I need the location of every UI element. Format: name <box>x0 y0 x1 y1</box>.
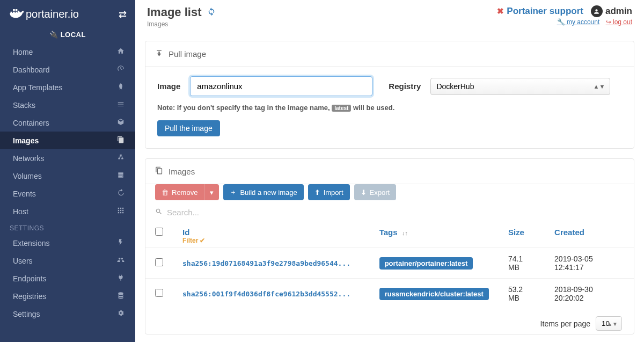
lifebuoy-icon: ✖ <box>497 6 504 16</box>
row-checkbox[interactable] <box>155 289 163 297</box>
image-id-link[interactable]: sha256:001f9f4d036df8fce9612b3dd45552... <box>182 290 350 298</box>
build-image-button[interactable]: ＋ Build a new image <box>223 184 303 200</box>
pull-image-button[interactable]: Pull the image <box>157 120 220 136</box>
trash-icon: 🗑 <box>162 188 169 197</box>
image-label: Image <box>157 82 180 91</box>
whale-icon <box>9 5 24 23</box>
image-tag[interactable]: russmckendrick/cluster:latest <box>379 288 489 300</box>
sidebar-item-images[interactable]: Images <box>0 132 135 149</box>
sidebar-item-label: Home <box>13 48 33 56</box>
settings-list: ExtensionsUsersEndpointsRegistriesSettin… <box>0 234 135 323</box>
cube-icon <box>116 118 126 127</box>
sort-icon: ↓↑ <box>402 230 408 236</box>
logo-row: portainer.io ⇄ <box>0 0 135 27</box>
my-account-link[interactable]: 🔧 my account <box>557 18 600 26</box>
sidebar-item-dashboard[interactable]: Dashboard <box>0 61 135 78</box>
images-panel-header: Images <box>145 159 634 184</box>
table-row: sha256:001f9f4d036df8fce9612b3dd45552...… <box>145 279 634 309</box>
download-icon <box>155 49 163 59</box>
sidebar-item-label: Volumes <box>13 172 42 180</box>
sidebar-item-label: Images <box>13 136 39 145</box>
latest-chip: latest <box>332 105 351 112</box>
sidebar-item-label: App Templates <box>13 83 62 92</box>
brand-text: portainer.io <box>26 8 79 20</box>
import-button[interactable]: ⬆ Import <box>308 184 350 200</box>
page-title: Image list <box>147 5 201 19</box>
refresh-icon[interactable] <box>207 6 216 19</box>
filter-toggle[interactable]: Filter ✔ <box>182 237 360 244</box>
sidebar-item-containers[interactable]: Containers <box>0 114 135 132</box>
sitemap-icon <box>116 154 126 163</box>
image-size: 53.2 MB <box>499 279 545 309</box>
sidebar-item-home[interactable]: Home <box>0 43 135 61</box>
row-checkbox[interactable] <box>155 258 163 266</box>
remove-dropdown-toggle[interactable]: ▾ <box>204 184 219 200</box>
sidebar: portainer.io ⇄ 🔌 LOCAL HomeDashboardApp … <box>0 0 135 342</box>
plug-icon: 🔌 <box>49 31 58 39</box>
sidebar-item-settings[interactable]: Settings <box>0 305 135 323</box>
home-icon <box>116 47 126 56</box>
pull-note: Note: if you don't specify the tag in th… <box>157 104 622 112</box>
plug-icon <box>116 274 126 283</box>
env-label: 🔌 LOCAL <box>0 27 135 43</box>
col-size[interactable]: Size <box>499 222 545 248</box>
users-icon <box>116 256 126 265</box>
image-tag[interactable]: portainer/portainer:latest <box>379 257 473 270</box>
col-tags[interactable]: Tags ↓↑ <box>370 222 499 248</box>
col-created[interactable]: Created <box>545 222 634 248</box>
dash-icon <box>116 65 126 74</box>
registry-select[interactable]: DockerHub <box>430 78 610 95</box>
sidebar-item-app-templates[interactable]: App Templates <box>0 78 135 96</box>
clone-icon <box>116 136 126 145</box>
items-per-page-select[interactable]: 10 <box>596 316 622 331</box>
sidebar-item-label: Events <box>13 190 36 198</box>
sidebar-item-host[interactable]: Host <box>0 202 135 220</box>
col-id[interactable]: Id <box>182 228 360 237</box>
current-user[interactable]: admin <box>591 5 632 17</box>
topbar: Image list Images ✖ Portainer support <box>145 0 634 31</box>
sidebar-item-label: Users <box>13 257 33 265</box>
breadcrumb: Images <box>147 20 216 28</box>
image-created: 2018-09-30 20:20:02 <box>545 279 634 309</box>
sidebar-item-label: Settings <box>13 310 40 318</box>
sidebar-item-label: Dashboard <box>13 66 50 74</box>
sidebar-item-label: Stacks <box>13 101 35 110</box>
check-icon: ✔ <box>200 237 205 244</box>
grid-icon <box>116 207 126 216</box>
sidebar-item-networks[interactable]: Networks <box>0 149 135 167</box>
items-per-page-label: Items per page <box>540 319 590 328</box>
sidebar-item-label: Registries <box>13 292 46 301</box>
registry-label: Registry <box>389 82 421 91</box>
list-icon <box>116 100 126 110</box>
select-all-checkbox[interactable] <box>155 228 163 236</box>
swap-icon[interactable]: ⇄ <box>119 9 127 20</box>
logout-link[interactable]: ↪ log out <box>606 18 632 26</box>
sidebar-item-users[interactable]: Users <box>0 252 135 270</box>
image-id-link[interactable]: sha256:19d07168491a3f9e2798a9bed96544... <box>182 259 350 267</box>
images-panel: Images 🗑 Remove ▾ ＋ Build a new image <box>145 158 634 334</box>
image-size: 74.1 MB <box>499 248 545 279</box>
bolt-icon <box>116 238 126 248</box>
chevron-down-icon: ▾ <box>210 188 214 197</box>
remove-button-group: 🗑 Remove ▾ <box>155 184 219 200</box>
support-link[interactable]: ✖ Portainer support <box>497 6 583 17</box>
sidebar-item-stacks[interactable]: Stacks <box>0 96 135 114</box>
image-created: 2019-03-05 12:41:17 <box>545 248 634 279</box>
sidebar-item-extensions[interactable]: Extensions <box>0 234 135 252</box>
search-input[interactable] <box>167 208 328 217</box>
sidebar-item-registries[interactable]: Registries <box>0 287 135 305</box>
brand-logo[interactable]: portainer.io <box>9 5 79 23</box>
sidebar-item-label: Containers <box>13 119 49 127</box>
sidebar-item-volumes[interactable]: Volumes <box>0 167 135 185</box>
sidebar-item-events[interactable]: Events <box>0 185 135 202</box>
search-icon <box>155 208 163 217</box>
title-block: Image list Images <box>147 5 216 28</box>
user-icon <box>591 5 603 17</box>
export-button[interactable]: ⬇ Export <box>354 184 397 200</box>
remove-button[interactable]: 🗑 Remove <box>155 184 204 200</box>
pull-image-panel: Pull image Image Registry DockerHub <box>145 41 634 149</box>
image-input[interactable] <box>190 76 372 96</box>
main: Image list Images ✖ Portainer support <box>135 0 644 342</box>
sidebar-item-endpoints[interactable]: Endpoints <box>0 270 135 287</box>
table-row: sha256:19d07168491a3f9e2798a9bed96544...… <box>145 248 634 279</box>
